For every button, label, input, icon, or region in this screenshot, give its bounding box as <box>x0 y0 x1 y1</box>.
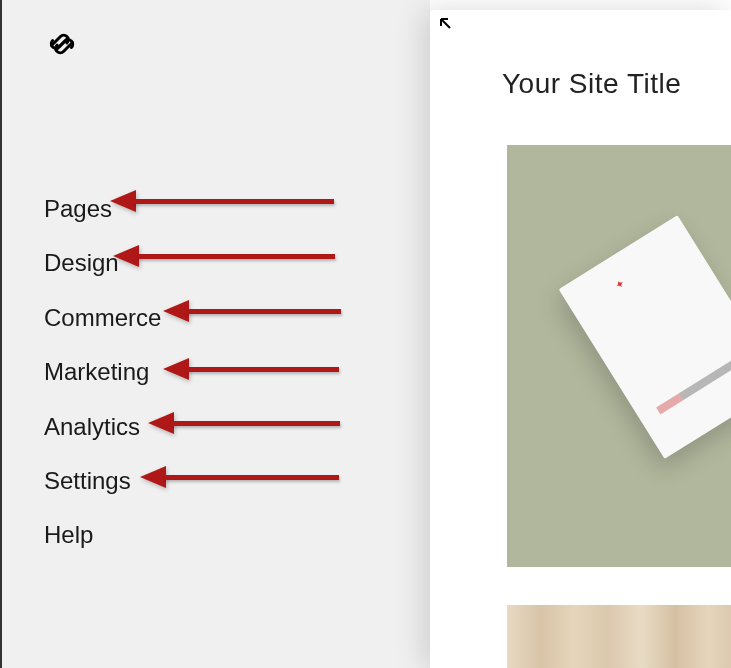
squarespace-logo-icon[interactable] <box>44 26 80 62</box>
nav-item-pages[interactable]: Pages <box>44 182 161 236</box>
expand-preview-icon[interactable] <box>438 16 456 38</box>
book-spine-line <box>656 360 731 414</box>
nav-item-marketing[interactable]: Marketing <box>44 345 161 399</box>
main-nav: Pages Design Commerce Marketing Analytic… <box>44 182 161 563</box>
nav-item-settings[interactable]: Settings <box>44 454 161 508</box>
site-title: Your Site Title <box>502 68 681 100</box>
nav-item-design[interactable]: Design <box>44 236 161 290</box>
nav-item-commerce[interactable]: Commerce <box>44 291 161 345</box>
admin-sidebar: Pages Design Commerce Marketing Analytic… <box>0 0 430 668</box>
nav-item-analytics[interactable]: Analytics <box>44 400 161 454</box>
nav-item-help[interactable]: Help <box>44 508 161 562</box>
book-mockup: ✦ <box>559 215 731 459</box>
site-preview-panel: Your Site Title ✦ <box>430 10 731 668</box>
preview-hero-image: ✦ <box>507 145 731 567</box>
book-text-accent: ✦ <box>613 260 658 298</box>
preview-secondary-image <box>507 605 731 668</box>
